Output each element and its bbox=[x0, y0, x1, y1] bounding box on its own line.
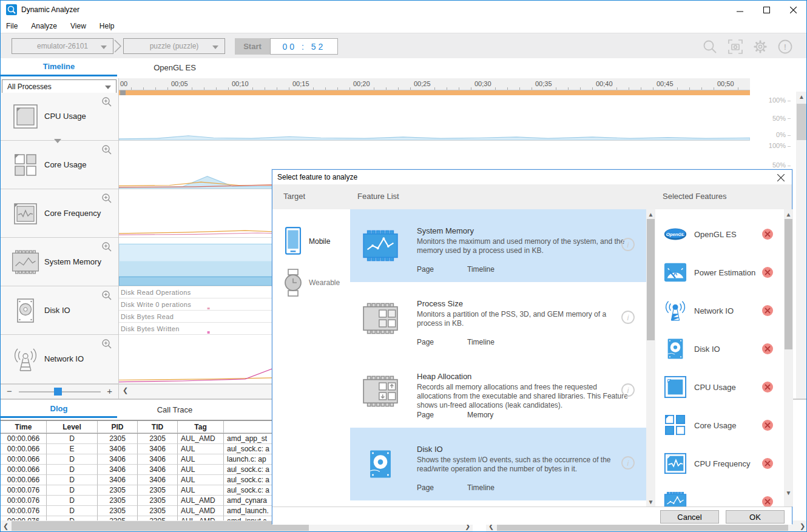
remove-feature-icon[interactable] bbox=[762, 458, 773, 469]
target-item-mobile[interactable]: Mobile bbox=[272, 221, 350, 261]
feature-list-scrollbar[interactable]: ▲ ▼ bbox=[646, 209, 655, 507]
percent-scale-label: 50% bbox=[772, 115, 791, 122]
scroll-down-icon[interactable]: ▼ bbox=[646, 497, 655, 507]
feature-link-timeline[interactable]: Timeline bbox=[467, 265, 495, 274]
dialog-close-icon[interactable] bbox=[775, 172, 787, 183]
feature-link-page[interactable]: Page bbox=[417, 338, 434, 346]
remove-feature-icon[interactable] bbox=[762, 343, 773, 354]
table-row[interactable]: 00:00.066D34063406AULaul_sock.c: a bbox=[1, 465, 286, 475]
device-select[interactable]: emulator-26101 bbox=[12, 38, 113, 54]
scroll-right-icon[interactable]: ❯ bbox=[797, 520, 807, 531]
magnifier-plus-icon[interactable] bbox=[101, 96, 112, 107]
screenshot-icon[interactable] bbox=[728, 39, 743, 55]
scroll-left-icon[interactable]: ❮ bbox=[1, 520, 11, 531]
magnifier-plus-icon[interactable] bbox=[101, 144, 112, 155]
remove-feature-icon[interactable] bbox=[762, 496, 773, 507]
magnifier-plus-icon[interactable] bbox=[101, 241, 112, 252]
feature-link-memory[interactable]: Memory bbox=[467, 411, 493, 419]
sidebar-item-core-frequency[interactable]: Core Frequency bbox=[1, 189, 118, 238]
ok-button[interactable]: OK bbox=[726, 510, 785, 524]
remove-feature-icon[interactable] bbox=[762, 382, 773, 392]
cpu-usage-chart[interactable] bbox=[119, 95, 750, 141]
ruler-minor-tick bbox=[507, 87, 508, 90]
feature-item-system-memory[interactable]: System Memory Monitors the maximum and u… bbox=[350, 209, 646, 282]
feature-link-page[interactable]: Page bbox=[417, 411, 434, 419]
start-button[interactable]: Start bbox=[235, 38, 270, 55]
scroll-left-icon[interactable]: ❮ bbox=[120, 385, 130, 396]
maximize-button[interactable] bbox=[753, 1, 780, 19]
column-header-tid[interactable]: TID bbox=[138, 421, 178, 433]
column-header-tag[interactable]: Tag bbox=[178, 421, 224, 433]
remove-feature-icon[interactable] bbox=[762, 420, 773, 431]
magnifier-plus-icon[interactable] bbox=[101, 193, 112, 204]
magnifier-plus-icon[interactable] bbox=[101, 290, 112, 301]
feature-link-page[interactable]: Page bbox=[417, 483, 434, 492]
feature-item-disk-io[interactable]: Disk IO Shows the system I/O events, suc… bbox=[350, 428, 646, 500]
menu-file[interactable]: File bbox=[6, 22, 18, 30]
feature-item-heap-allocation[interactable]: Heap Allocation Records all memory alloc… bbox=[350, 355, 646, 428]
minimize-button[interactable] bbox=[726, 1, 753, 19]
time-ruler[interactable]: 0000;0500;1000;1500;2000;2500;3000;3500;… bbox=[119, 78, 795, 90]
tab-timeline[interactable]: Timeline bbox=[1, 58, 117, 76]
table-row[interactable]: 00:00.076D23052305AUL_AMDamd_launch. bbox=[1, 506, 286, 516]
table-row[interactable]: 00:00.076D23052305AUL_AMDamd_cynara bbox=[1, 496, 286, 506]
scroll-thumb[interactable] bbox=[785, 219, 792, 349]
sidebar-item-cpu-usage[interactable]: CPU Usage bbox=[1, 93, 118, 141]
app-select[interactable]: puzzle (puzzle) bbox=[123, 38, 225, 54]
table-row[interactable]: 00:00.066D34063406AULaul_sock.c: a bbox=[1, 475, 286, 485]
ruler-minor-tick bbox=[277, 87, 277, 90]
column-header-level[interactable]: Level bbox=[47, 421, 98, 433]
feature-link-page[interactable]: Page bbox=[417, 265, 434, 274]
cancel-button[interactable]: Cancel bbox=[660, 510, 719, 524]
scroll-up-icon[interactable]: ▲ bbox=[646, 209, 655, 220]
sidebar-item-network-io[interactable]: Network IO bbox=[1, 335, 118, 384]
table-row[interactable]: 00:00.066E34063406AULaul_sock.c: a bbox=[1, 444, 286, 454]
tab-call-trace[interactable]: Call Trace bbox=[117, 401, 232, 418]
magnifier-plus-icon[interactable] bbox=[101, 338, 112, 349]
collapse-arrow-icon[interactable] bbox=[54, 139, 61, 143]
close-button[interactable] bbox=[780, 1, 806, 19]
remove-feature-icon[interactable] bbox=[762, 267, 773, 278]
sidebar-item-core-usage[interactable]: Core Usage bbox=[1, 141, 118, 189]
process-filter-select[interactable]: All Processes bbox=[2, 79, 116, 93]
zoom-slider-handle[interactable] bbox=[54, 388, 62, 396]
hscroll-thumb[interactable] bbox=[12, 521, 309, 531]
menu-help[interactable]: Help bbox=[100, 22, 115, 30]
feature-link-timeline[interactable]: Timeline bbox=[467, 338, 495, 346]
table-cell: 2305 bbox=[138, 434, 178, 444]
scroll-down-icon[interactable]: ▼ bbox=[784, 488, 793, 498]
scroll-thumb[interactable] bbox=[647, 219, 655, 340]
scroll-up-icon[interactable]: ▲ bbox=[796, 92, 807, 102]
menu-analyze[interactable]: Analyze bbox=[31, 22, 57, 30]
info-icon[interactable]: i bbox=[621, 310, 635, 325]
table-row[interactable]: 00:00.076D23052305AULaul_sock.c: a bbox=[1, 485, 286, 496]
target-label: Wearable bbox=[309, 278, 340, 287]
svg-text:OpenGL: OpenGL bbox=[666, 232, 685, 237]
feature-item-process-size[interactable]: Process Size Monitors a partition of the… bbox=[350, 282, 646, 355]
ruler-minor-tick bbox=[629, 87, 629, 90]
tab-opengl-es[interactable]: OpenGL ES bbox=[117, 58, 232, 76]
column-header-pid[interactable]: PID bbox=[98, 421, 138, 433]
menu-view[interactable]: View bbox=[70, 22, 86, 30]
zoom-out-button[interactable]: − bbox=[7, 386, 12, 396]
vscroll-thumb[interactable] bbox=[797, 104, 806, 140]
settings-gear-icon[interactable] bbox=[752, 39, 768, 55]
info-icon[interactable]: i bbox=[621, 456, 635, 470]
feature-link-timeline[interactable]: Timeline bbox=[467, 483, 495, 492]
column-header-time[interactable]: Time bbox=[1, 421, 47, 433]
remove-feature-icon[interactable] bbox=[762, 229, 773, 240]
remove-feature-icon[interactable] bbox=[762, 305, 773, 316]
scroll-up-icon[interactable]: ▲ bbox=[784, 209, 793, 220]
sidebar-item-system-memory[interactable]: System Memory bbox=[1, 238, 118, 286]
sidebar-item-disk-io[interactable]: Disk IO bbox=[1, 286, 118, 335]
tab-dlog[interactable]: Dlog bbox=[1, 401, 117, 418]
target-item-wearable[interactable]: Wearable bbox=[272, 263, 350, 303]
about-info-icon[interactable]: ! bbox=[777, 39, 793, 55]
info-icon[interactable]: i bbox=[621, 383, 635, 397]
table-row[interactable]: 00:00.066D23052305AUL_AMDamd_app_st bbox=[1, 434, 286, 444]
table-row[interactable]: 00:00.066D34063406AULlaunch.c: ap bbox=[1, 454, 286, 465]
zoom-in-button[interactable]: + bbox=[107, 386, 112, 396]
info-icon[interactable]: i bbox=[621, 237, 635, 252]
selected-features-scrollbar[interactable]: ▲ ▼ bbox=[784, 209, 793, 507]
search-icon[interactable] bbox=[702, 39, 718, 55]
